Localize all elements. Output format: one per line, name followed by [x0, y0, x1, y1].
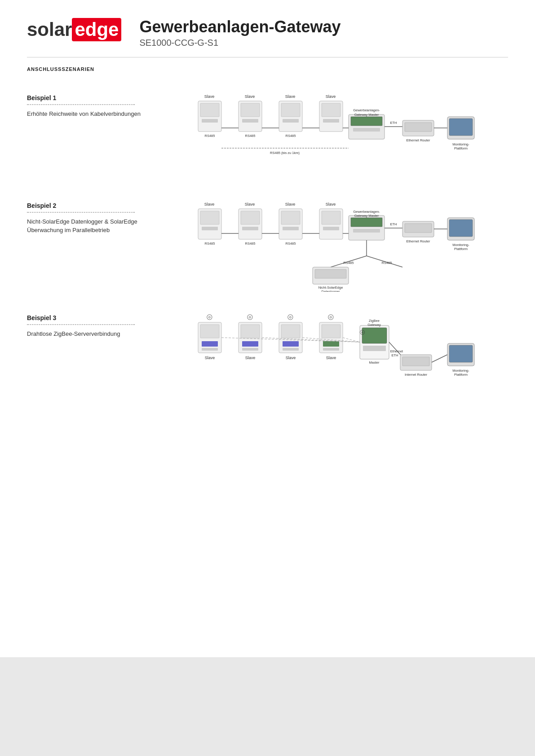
svg-rect-14	[283, 119, 299, 123]
svg-rect-102	[281, 325, 300, 338]
svg-text:Slave: Slave	[245, 356, 255, 360]
example-1-title: Beispiel 1	[27, 94, 144, 101]
svg-text:ETH: ETH	[391, 353, 398, 357]
example-3-diagram: ⦾ ⦾ ⦾ ⦾ Slave Slave	[144, 310, 508, 409]
svg-rect-18	[323, 119, 339, 123]
svg-text:Gewerbeanlagen-: Gewerbeanlagen-	[353, 108, 380, 112]
example-2-left: Beispiel 2 Nicht-SolarEdge Datenlogger &…	[27, 198, 144, 235]
svg-text:Nicht-SolarEdge: Nicht-SolarEdge	[318, 286, 343, 290]
svg-text:Slave: Slave	[285, 202, 295, 207]
svg-text:RS485: RS485	[285, 134, 296, 138]
svg-rect-103	[283, 341, 299, 347]
logo-edge-text: edge	[72, 18, 121, 41]
svg-rect-93	[202, 341, 218, 347]
svg-text:⦾: ⦾	[327, 313, 333, 321]
svg-text:Plattform: Plattform	[454, 146, 467, 150]
svg-rect-45	[200, 211, 219, 224]
section-label: ANSCHLUSSSZENARIEN	[0, 57, 535, 76]
svg-text:⦾: ⦾	[287, 313, 293, 321]
svg-text:⦾: ⦾	[206, 313, 212, 321]
svg-text:Datenlogger: Datenlogger	[321, 290, 340, 292]
svg-line-128	[432, 355, 447, 362]
svg-text:RS485: RS485	[343, 261, 354, 265]
bottom-grey-area	[0, 657, 535, 756]
svg-rect-112	[362, 328, 387, 343]
svg-text:RS485: RS485	[285, 242, 296, 246]
example-1-left: Beispiel 1 Erhöhte Reichweite von Kabelv…	[27, 90, 144, 119]
svg-text:Ethernet Router: Ethernet Router	[406, 138, 430, 142]
svg-rect-21	[353, 128, 380, 132]
svg-text:⦾: ⦾	[359, 329, 364, 336]
title-block: Gewerbeanlagen-Gateway SE1000-CCG-G-S1	[139, 18, 340, 48]
svg-rect-50	[242, 227, 258, 230]
example-row-1: Beispiel 1 Erhöhte Reichweite von Kabelv…	[27, 90, 508, 180]
svg-rect-49	[241, 211, 260, 224]
svg-rect-126	[402, 357, 429, 366]
svg-text:Plattform: Plattform	[454, 247, 467, 251]
example-3-dotted	[27, 324, 135, 325]
example-3-desc: Drahtlose ZigBee-Serververbindung	[27, 330, 144, 338]
svg-rect-20	[351, 117, 382, 126]
header: solaredge Gewerbeanlagen-Gateway SE1000-…	[0, 0, 535, 57]
svg-text:RS485: RS485	[204, 242, 215, 246]
svg-text:RS485: RS485	[245, 242, 255, 246]
svg-rect-54	[283, 227, 299, 230]
svg-rect-130	[449, 345, 473, 362]
svg-text:RS485 (bis zu 1km): RS485 (bis zu 1km)	[270, 151, 300, 155]
diagram-1-svg: Slave Slave Slave Slave RS485 RS485	[173, 90, 479, 180]
example-3-title: Beispiel 3	[27, 314, 144, 321]
svg-rect-5	[200, 103, 219, 117]
svg-text:Slave: Slave	[244, 202, 255, 207]
svg-text:Slave: Slave	[204, 94, 214, 99]
svg-rect-10	[242, 119, 258, 123]
logo-solar-text: solar	[27, 19, 72, 40]
svg-text:Ethernet Router: Ethernet Router	[406, 239, 430, 243]
svg-rect-92	[200, 325, 219, 338]
svg-rect-75	[449, 220, 473, 237]
diagram-2-svg: Slave Slave Slave Slave RS485 RS485	[173, 198, 479, 292]
svg-text:⦾: ⦾	[247, 313, 252, 321]
svg-rect-98	[242, 341, 258, 347]
svg-text:Gateway: Gateway	[367, 323, 381, 327]
svg-rect-57	[322, 211, 340, 224]
example-1-diagram: Slave Slave Slave Slave RS485 RS485	[144, 90, 508, 180]
svg-text:Slave: Slave	[325, 202, 336, 207]
svg-text:Internet Router: Internet Router	[404, 373, 427, 377]
diagram-3-svg: ⦾ ⦾ ⦾ ⦾ Slave Slave	[173, 310, 479, 409]
svg-rect-94	[202, 348, 218, 351]
svg-rect-109	[323, 348, 339, 351]
example-row-3: Beispiel 3 Drahtlose ZigBee-Serververbin…	[27, 310, 508, 409]
svg-text:Ethernet: Ethernet	[390, 349, 403, 353]
svg-text:Gateway Master: Gateway Master	[354, 214, 379, 218]
svg-rect-58	[323, 227, 339, 230]
svg-text:Slave: Slave	[325, 94, 336, 99]
svg-rect-107	[322, 325, 340, 338]
page: solaredge Gewerbeanlagen-Gateway SE1000-…	[0, 0, 535, 756]
example-2-desc: Nicht-SolarEdge Datenlogger & SolarEdge …	[27, 217, 144, 235]
examples-container: Beispiel 1 Erhöhte Reichweite von Kabelv…	[0, 76, 535, 418]
svg-rect-60	[351, 218, 382, 227]
svg-rect-61	[353, 229, 380, 233]
svg-text:RS485: RS485	[204, 134, 215, 138]
svg-rect-113	[363, 346, 386, 351]
svg-rect-97	[241, 325, 260, 338]
svg-text:Slave: Slave	[244, 94, 255, 99]
svg-text:Master: Master	[369, 360, 379, 365]
svg-text:ETH: ETH	[390, 222, 397, 226]
svg-rect-6	[202, 119, 218, 123]
svg-text:RS485: RS485	[245, 134, 255, 138]
example-2-dotted	[27, 212, 135, 213]
svg-rect-104	[283, 348, 299, 351]
svg-rect-53	[281, 211, 300, 224]
example-row-2: Beispiel 2 Nicht-SolarEdge Datenlogger &…	[27, 198, 508, 292]
subtitle: SE1000-CCG-G-S1	[139, 38, 340, 48]
svg-rect-99	[242, 348, 258, 351]
svg-text:Slave: Slave	[285, 94, 295, 99]
example-1-dotted	[27, 104, 135, 105]
svg-text:ZigBee: ZigBee	[369, 319, 380, 323]
example-2-diagram: Slave Slave Slave Slave RS485 RS485	[144, 198, 508, 292]
svg-rect-17	[322, 103, 340, 117]
svg-text:Slave: Slave	[204, 202, 214, 207]
svg-text:Monitoring-: Monitoring-	[452, 243, 469, 247]
svg-rect-84	[315, 269, 346, 278]
